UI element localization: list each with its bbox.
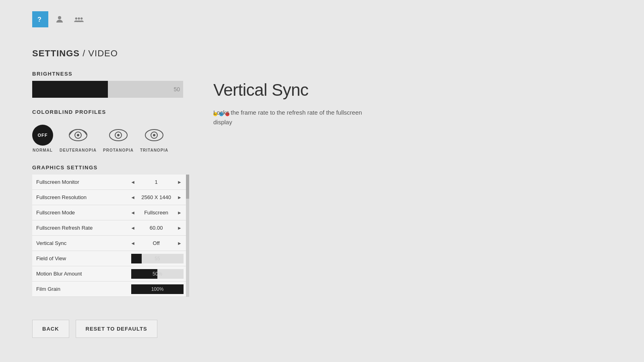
row-control-film-grain: 100% <box>131 284 184 294</box>
fov-value: 55 <box>155 256 160 261</box>
svg-point-7 <box>77 134 79 136</box>
colorblind-label: COLORBLIND PROFILES <box>32 109 106 115</box>
colorblind-deuteranopia[interactable]: DEUTERANOPIA <box>60 125 97 152</box>
row-vertical-sync[interactable]: Vertical Sync ◄ Off ► <box>32 236 186 251</box>
row-label-fullscreen-mode: Fullscreen Mode <box>35 210 129 216</box>
colorblind-options: OFF NORMAL DEUTERANOPIA <box>32 125 233 152</box>
row-label-fullscreen-monitor: Fullscreen Monitor <box>35 179 129 185</box>
brightness-value: 50 <box>173 86 180 93</box>
brightness-label: BRIGHTNESS <box>32 71 233 77</box>
colorblind-tritanopia-label: TRITANOPIA <box>140 148 168 152</box>
arrow-right-fullscreen-mode[interactable]: ► <box>175 209 184 216</box>
fov-fill <box>131 254 142 263</box>
svg-point-10 <box>117 134 120 136</box>
row-control-motion-blur: 50% <box>131 269 184 279</box>
row-fullscreen-resolution[interactable]: Fullscreen Resolution ◄ 2560 X 1440 ► <box>32 190 186 205</box>
svg-text:?: ? <box>37 16 41 23</box>
arrow-right-fullscreen-refresh[interactable]: ► <box>175 224 184 232</box>
row-label-fullscreen-resolution: Fullscreen Resolution <box>35 194 129 200</box>
colorblind-normal[interactable]: OFF NORMAL <box>32 125 53 152</box>
scrollbar-thumb[interactable] <box>186 175 189 199</box>
motion-blur-slider[interactable]: 50% <box>131 269 184 279</box>
group-icon-button[interactable] <box>71 11 87 27</box>
arrow-right-fullscreen-resolution[interactable]: ► <box>175 194 184 201</box>
row-label-field-of-view: Field of View <box>35 255 131 261</box>
back-button[interactable]: BACK <box>32 320 69 338</box>
row-film-grain[interactable]: Film Grain 100% <box>32 282 186 297</box>
row-fullscreen-monitor[interactable]: Fullscreen Monitor ◄ 1 ► <box>32 175 186 190</box>
row-label-motion-blur: Motion Blur Amount <box>35 271 131 277</box>
row-field-of-view[interactable]: Field of View 55 <box>32 251 186 266</box>
right-panel: Vertical Sync Locks the frame rate to th… <box>213 80 455 127</box>
colorblind-protanopia[interactable]: PROTANOPIA <box>103 125 134 152</box>
graphics-table-wrapper: Fullscreen Monitor ◄ 1 ► Fullscreen Reso… <box>32 175 189 297</box>
row-label-vertical-sync: Vertical Sync <box>35 240 129 246</box>
main-content: SETTINGS / VIDEO BRIGHTNESS 50 COLORBLIN… <box>32 48 233 297</box>
svg-point-4 <box>80 17 83 19</box>
row-label-fullscreen-refresh: Fullscreen Refresh Rate <box>35 225 129 231</box>
row-control-fullscreen-monitor: ◄ 1 ► <box>129 179 184 186</box>
graphics-label: GRAPHICS SETTINGS <box>32 165 233 171</box>
arrow-left-fullscreen-refresh[interactable]: ◄ <box>129 224 137 232</box>
top-bar: ? <box>32 11 87 27</box>
reset-button[interactable]: RESET TO DEFAULTS <box>76 320 157 338</box>
arrow-left-fullscreen-mode[interactable]: ◄ <box>129 209 137 216</box>
row-control-fullscreen-mode: ◄ Fullscreen ► <box>129 209 184 216</box>
detail-description: Locks the frame rate to the refresh rate… <box>213 108 366 127</box>
bottom-buttons: BACK RESET TO DEFAULTS <box>32 320 157 338</box>
motion-blur-value: 50% <box>153 271 162 277</box>
colorblind-protanopia-label: PROTANOPIA <box>103 148 134 152</box>
brightness-slider[interactable]: 50 <box>32 81 183 98</box>
detail-title: Vertical Sync <box>213 80 455 100</box>
arrow-right-fullscreen-monitor[interactable]: ► <box>175 179 184 186</box>
tritanopia-eye-icon <box>144 125 165 146</box>
row-control-fov: 55 <box>131 254 184 263</box>
svg-point-3 <box>78 17 80 19</box>
deuteranopia-eye-icon <box>68 125 89 146</box>
brightness-fill <box>32 81 108 98</box>
scrollbar-track[interactable] <box>186 175 189 297</box>
svg-point-2 <box>75 17 77 19</box>
colorblind-deuteranopia-label: DEUTERANOPIA <box>60 148 97 152</box>
row-motion-blur[interactable]: Motion Blur Amount 50% <box>32 266 186 282</box>
film-grain-slider[interactable]: 100% <box>131 284 184 294</box>
protanopia-eye-icon <box>108 125 129 146</box>
row-control-vertical-sync: ◄ Off ► <box>129 240 184 247</box>
row-fullscreen-refresh[interactable]: Fullscreen Refresh Rate ◄ 60.00 ► <box>32 220 186 236</box>
row-value-fullscreen-resolution: 2560 X 1440 <box>140 194 172 200</box>
svg-point-1 <box>58 16 61 19</box>
colorblind-tritanopia[interactable]: TRITANOPIA <box>140 125 168 152</box>
row-control-fullscreen-refresh: ◄ 60.00 ► <box>129 224 184 232</box>
svg-point-13 <box>153 134 155 136</box>
row-value-fullscreen-refresh: 60.00 <box>140 225 172 231</box>
row-label-film-grain: Film Grain <box>35 286 131 292</box>
help-icon-button[interactable]: ? <box>32 11 48 27</box>
page-title: SETTINGS / VIDEO <box>32 48 233 59</box>
arrow-right-vertical-sync[interactable]: ► <box>175 240 184 247</box>
profile-icon-button[interactable] <box>52 11 68 27</box>
colorblind-off-icon: OFF <box>32 125 53 146</box>
row-value-fullscreen-monitor: 1 <box>140 179 172 185</box>
row-value-vertical-sync: Off <box>140 240 172 246</box>
arrow-left-vertical-sync[interactable]: ◄ <box>129 240 137 247</box>
arrow-left-fullscreen-resolution[interactable]: ◄ <box>129 194 137 201</box>
row-value-fullscreen-mode: Fullscreen <box>140 210 172 216</box>
row-fullscreen-mode[interactable]: Fullscreen Mode ◄ Fullscreen ► <box>32 205 186 220</box>
graphics-table: Fullscreen Monitor ◄ 1 ► Fullscreen Reso… <box>32 175 186 297</box>
row-control-fullscreen-resolution: ◄ 2560 X 1440 ► <box>129 194 184 201</box>
colorblind-header: COLORBLIND PROFILES <box>32 109 233 119</box>
arrow-left-fullscreen-monitor[interactable]: ◄ <box>129 179 137 186</box>
film-grain-value: 100% <box>151 286 164 292</box>
colorblind-normal-label: NORMAL <box>33 148 53 152</box>
fov-slider[interactable]: 55 <box>131 254 184 263</box>
